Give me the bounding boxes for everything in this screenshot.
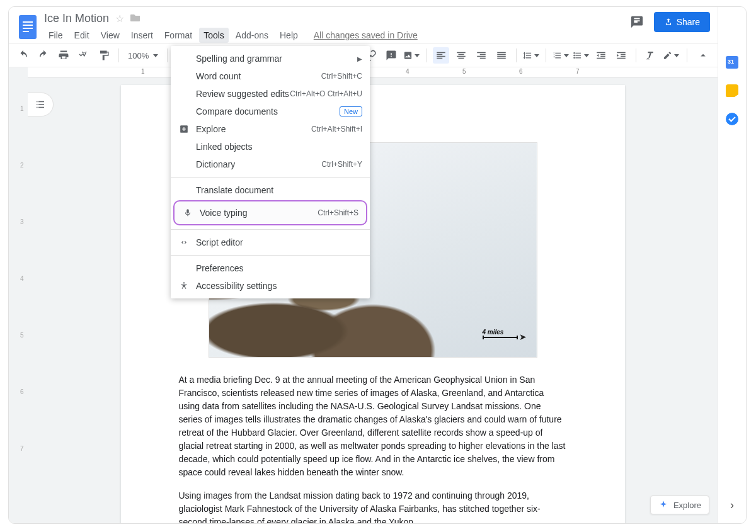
zoom-select[interactable]: 100% — [125, 51, 161, 60]
accessibility-icon — [178, 281, 190, 290]
save-status[interactable]: All changes saved in Drive — [314, 30, 418, 40]
document-area: 1 2 3 4 5 6 7 — [28, 67, 718, 523]
side-panel: › — [718, 7, 746, 523]
tools-menu: Spelling and grammar▶ Word countCtrl+Shi… — [171, 46, 370, 298]
menu-item-explore[interactable]: ExploreCtrl+Alt+Shift+I — [171, 120, 370, 138]
align-right-icon[interactable] — [473, 47, 490, 64]
svg-rect-2 — [23, 25, 33, 26]
explore-button[interactable]: Explore — [650, 495, 709, 514]
tasks-icon[interactable] — [726, 113, 738, 125]
menu-format[interactable]: Format — [160, 28, 197, 43]
align-left-icon[interactable] — [433, 47, 449, 64]
paint-format-icon[interactable] — [96, 47, 112, 64]
menu-item-voice-typing[interactable]: Voice typingCtrl+Shift+S — [173, 200, 367, 225]
vertical-ruler: 1 2 3 4 5 6 7 — [9, 67, 28, 523]
spellcheck-icon[interactable] — [76, 47, 92, 64]
menu-item-wordcount[interactable]: Word countCtrl+Shift+C — [171, 67, 370, 85]
menu-item-compare[interactable]: Compare documentsNew — [171, 103, 370, 120]
title-bar: Ice In Motion ☆ File Edit View Insert Fo… — [9, 7, 718, 43]
keep-icon[interactable] — [726, 84, 738, 97]
mic-icon — [182, 208, 193, 217]
menu-item-accessibility[interactable]: Accessibility settings — [171, 277, 370, 295]
cursor-icon: ➤ — [519, 332, 527, 342]
menu-item-review-edits[interactable]: Review suggested editsCtrl+Alt+O Ctrl+Al… — [171, 85, 370, 103]
undo-icon[interactable] — [15, 47, 32, 64]
paragraph[interactable]: Using images from the Landsat mission da… — [179, 489, 567, 523]
menu-item-spelling[interactable]: Spelling and grammar▶ — [171, 50, 370, 67]
menu-item-dictionary[interactable]: DictionaryCtrl+Shift+Y — [171, 156, 370, 173]
menu-insert[interactable]: Insert — [127, 28, 158, 43]
line-spacing-icon[interactable] — [523, 47, 539, 64]
code-icon — [178, 238, 190, 247]
numbered-list-icon[interactable] — [553, 47, 569, 64]
menu-item-script-editor[interactable]: Script editor — [171, 234, 370, 251]
align-center-icon[interactable] — [453, 47, 469, 64]
calendar-icon[interactable] — [726, 56, 738, 69]
menu-item-translate[interactable]: Translate document — [171, 181, 370, 199]
insert-comment-icon[interactable] — [383, 47, 399, 64]
menu-file[interactable]: File — [44, 28, 67, 43]
print-icon[interactable] — [55, 47, 72, 64]
svg-rect-0 — [19, 15, 37, 39]
comments-icon[interactable] — [630, 15, 644, 29]
redo-icon[interactable] — [35, 47, 52, 64]
svg-point-6 — [183, 282, 185, 283]
align-justify-icon[interactable] — [493, 47, 510, 64]
collapse-sidepanel-icon[interactable]: › — [730, 499, 734, 512]
svg-rect-1 — [23, 21, 33, 23]
star-icon[interactable]: ☆ — [115, 13, 124, 25]
document-title[interactable]: Ice In Motion — [44, 12, 109, 25]
share-label: Share — [677, 17, 700, 27]
scale-bar: 4 miles — [483, 329, 518, 338]
horizontal-ruler[interactable]: 1 2 3 4 5 6 7 — [28, 67, 718, 77]
menu-view[interactable]: View — [96, 28, 124, 43]
page-canvas[interactable]: 4 miles ➤ At a media briefing Dec. 9 at … — [28, 77, 718, 523]
document-body[interactable]: At a media briefing Dec. 9 at the annual… — [179, 373, 567, 523]
share-button[interactable]: Share — [654, 12, 710, 32]
move-folder-icon[interactable] — [130, 13, 140, 25]
menu-tools[interactable]: Tools — [199, 28, 229, 43]
docs-logo-icon[interactable] — [16, 12, 39, 42]
svg-rect-4 — [23, 31, 29, 32]
clear-formatting-icon[interactable] — [643, 47, 659, 64]
editing-mode-icon[interactable] — [663, 47, 679, 64]
menu-bar: File Edit View Insert Format Tools Add-o… — [44, 28, 418, 43]
menu-addons[interactable]: Add-ons — [231, 28, 273, 43]
menu-item-linked-objects[interactable]: Linked objects — [171, 138, 370, 156]
insert-image-icon[interactable] — [403, 47, 420, 64]
explore-icon — [178, 125, 190, 133]
menu-help[interactable]: Help — [275, 28, 302, 43]
svg-rect-3 — [23, 28, 33, 29]
docs-app: Ice In Motion ☆ File Edit View Insert Fo… — [9, 7, 718, 523]
menu-item-preferences[interactable]: Preferences — [171, 259, 370, 277]
collapse-toolbar-icon[interactable] — [695, 47, 711, 64]
bulleted-list-icon[interactable] — [573, 47, 589, 64]
app-window: › Ice In Motion ☆ File Edit View — [8, 6, 747, 524]
paragraph[interactable]: At a media briefing Dec. 9 at the annual… — [179, 373, 567, 479]
indent-decrease-icon[interactable] — [593, 47, 609, 64]
menu-edit[interactable]: Edit — [70, 28, 94, 43]
indent-increase-icon[interactable] — [613, 47, 629, 64]
